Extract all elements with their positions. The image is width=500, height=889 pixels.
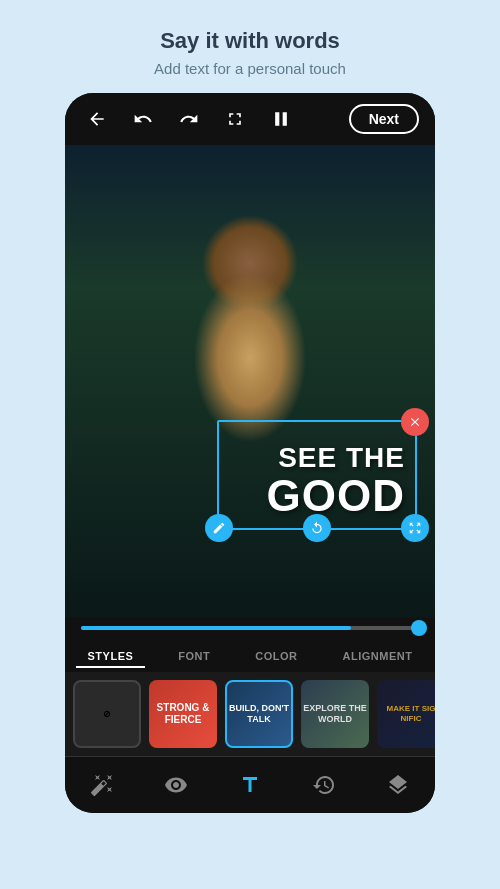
image-area: SEE THE GOOD	[65, 145, 435, 618]
style-card-fierce[interactable]: STRONG & FIERCE	[149, 680, 217, 748]
card-make-label: MAKE IT SIG NIFIC	[377, 704, 435, 723]
tab-font[interactable]: FONT	[166, 646, 222, 668]
slider-thumb[interactable]	[411, 620, 427, 636]
style-cards-container: ⊘ STRONG & FIERCE BUILD, DON'T TALK EXPL…	[65, 672, 435, 756]
text-selection-box[interactable]	[217, 420, 417, 530]
next-button[interactable]: Next	[349, 104, 419, 134]
close-handle[interactable]	[401, 408, 429, 436]
toolbar: Next	[65, 93, 435, 145]
photo-background	[65, 145, 435, 618]
card-fierce-label: STRONG & FIERCE	[149, 702, 217, 726]
photo-person	[65, 145, 435, 618]
style-card-explore[interactable]: EXPLORE THE WORLD	[301, 680, 369, 748]
style-card-none[interactable]: ⊘	[73, 680, 141, 748]
nav-text-button[interactable]	[232, 767, 268, 803]
adjust-button[interactable]	[219, 103, 251, 135]
none-icon: ⊘	[103, 709, 111, 719]
slider-track[interactable]	[81, 626, 419, 630]
card-explore-label: EXPLORE THE WORLD	[301, 703, 369, 725]
split-button[interactable]	[265, 103, 297, 135]
undo-button[interactable]	[127, 103, 159, 135]
page-subtitle: Add text for a personal touch	[154, 60, 346, 77]
phone-frame: Next SEE THE GOOD	[65, 93, 435, 813]
tab-alignment[interactable]: ALIGNMENT	[331, 646, 425, 668]
tab-color[interactable]: COLOR	[243, 646, 309, 668]
card-build-label: BUILD, DON'T TALK	[227, 703, 291, 725]
rotate-handle[interactable]	[303, 514, 331, 542]
tab-styles[interactable]: STYLES	[76, 646, 146, 668]
nav-history-button[interactable]	[306, 767, 342, 803]
page-header: Say it with words Add text for a persona…	[134, 0, 366, 93]
style-card-make[interactable]: MAKE IT SIG NIFIC	[377, 680, 435, 748]
slider-fill	[81, 626, 351, 630]
edit-handle[interactable]	[205, 514, 233, 542]
back-button[interactable]	[81, 103, 113, 135]
style-card-build[interactable]: BUILD, DON'T TALK	[225, 680, 293, 748]
toolbar-left	[81, 103, 297, 135]
nav-layers-button[interactable]	[380, 767, 416, 803]
nav-eye-button[interactable]	[158, 767, 194, 803]
redo-button[interactable]	[173, 103, 205, 135]
scale-handle[interactable]	[401, 514, 429, 542]
slider-area	[65, 618, 435, 638]
tabs-bar: STYLES FONT COLOR ALIGNMENT	[65, 638, 435, 672]
toolbar-right: Next	[349, 104, 419, 134]
page-title: Say it with words	[154, 28, 346, 54]
bottom-nav	[65, 756, 435, 813]
nav-magic-button[interactable]	[84, 767, 120, 803]
